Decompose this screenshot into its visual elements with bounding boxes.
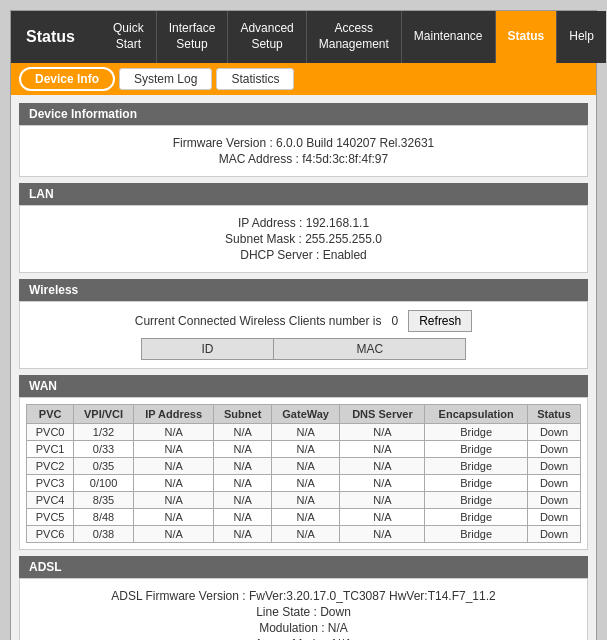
nav-advanced-setup[interactable]: Advanced Setup — [228, 11, 306, 63]
wan-table-cell: Bridge — [425, 509, 527, 526]
adsl-header: ADSL — [19, 556, 588, 578]
wan-table-cell: Down — [527, 441, 580, 458]
wan-table-cell: N/A — [133, 509, 214, 526]
wan-table-cell: 1/32 — [74, 424, 134, 441]
wan-col-encap: Encapsulation — [425, 405, 527, 424]
wan-col-subnet: Subnet — [214, 405, 271, 424]
wan-table-cell: 0/35 — [74, 458, 134, 475]
firmware-version: Firmware Version : 6.0.0 Build 140207 Re… — [32, 136, 575, 150]
wan-table-cell: PVC2 — [27, 458, 74, 475]
wan-table-row: PVC01/32N/AN/AN/AN/ABridgeDown — [27, 424, 581, 441]
wan-table-cell: N/A — [340, 492, 425, 509]
nav-quick-start[interactable]: Quick Start — [101, 11, 157, 63]
top-nav: Status Quick Start Interface Setup Advan… — [11, 11, 596, 63]
wan-table-cell: N/A — [214, 475, 271, 492]
wan-col-status: Status — [527, 405, 580, 424]
lan-dhcp: DHCP Server : Enabled — [32, 248, 575, 262]
wan-table-cell: 0/100 — [74, 475, 134, 492]
wan-table-cell: Bridge — [425, 458, 527, 475]
wan-body: PVC VPI/VCI IP Address Subnet GateWay DN… — [19, 397, 588, 550]
lan-ip: IP Address : 192.168.1.1 — [32, 216, 575, 230]
wan-table-cell: N/A — [271, 441, 340, 458]
lan-body: IP Address : 192.168.1.1 Subnet Mask : 2… — [19, 205, 588, 273]
wan-table-cell: Bridge — [425, 526, 527, 543]
wan-col-dns: DNS Server — [340, 405, 425, 424]
wan-table-cell: N/A — [271, 509, 340, 526]
wan-table-cell: N/A — [271, 458, 340, 475]
wan-table-cell: PVC4 — [27, 492, 74, 509]
wireless-header: Wireless — [19, 279, 588, 301]
wan-header: WAN — [19, 375, 588, 397]
sub-nav: Device Info System Log Statistics — [11, 63, 596, 95]
wan-table: PVC VPI/VCI IP Address Subnet GateWay DN… — [26, 404, 581, 543]
refresh-button[interactable]: Refresh — [408, 310, 472, 332]
lan-subnet: Subnet Mask : 255.255.255.0 — [32, 232, 575, 246]
wan-table-cell: Down — [527, 526, 580, 543]
wan-table-cell: N/A — [133, 441, 214, 458]
brand-label: Status — [11, 11, 101, 63]
wan-table-cell: N/A — [214, 509, 271, 526]
wan-table-cell: N/A — [271, 526, 340, 543]
lan-header: LAN — [19, 183, 588, 205]
wan-table-cell: Bridge — [425, 424, 527, 441]
wan-table-cell: N/A — [340, 509, 425, 526]
nav-status[interactable]: Status — [496, 11, 558, 63]
wan-table-cell: N/A — [271, 492, 340, 509]
wan-table-cell: Bridge — [425, 475, 527, 492]
wireless-col-id: ID — [141, 339, 274, 360]
content-area: Device Information Firmware Version : 6.… — [11, 95, 596, 640]
wan-table-cell: 0/33 — [74, 441, 134, 458]
wan-table-cell: N/A — [133, 526, 214, 543]
wan-table-cell: N/A — [340, 458, 425, 475]
wan-table-cell: 0/38 — [74, 526, 134, 543]
wan-table-cell: N/A — [133, 458, 214, 475]
mac-address: MAC Address : f4:5d:3c:8f:4f:97 — [32, 152, 575, 166]
wan-table-cell: N/A — [133, 475, 214, 492]
wan-table-row: PVC30/100N/AN/AN/AN/ABridgeDown — [27, 475, 581, 492]
main-container: Status Quick Start Interface Setup Advan… — [10, 10, 597, 640]
nav-access-management[interactable]: Access Management — [307, 11, 402, 63]
wan-table-cell: N/A — [340, 526, 425, 543]
wan-col-vpivci: VPI/VCI — [74, 405, 134, 424]
wireless-clients-label: Current Connected Wireless Clients numbe… — [135, 314, 382, 328]
wan-table-cell: PVC0 — [27, 424, 74, 441]
wan-table-row: PVC58/48N/AN/AN/AN/ABridgeDown — [27, 509, 581, 526]
nav-maintenance[interactable]: Maintenance — [402, 11, 496, 63]
wan-table-cell: Down — [527, 458, 580, 475]
wan-table-cell: N/A — [271, 475, 340, 492]
adsl-body: ADSL Firmware Version : FwVer:3.20.17.0_… — [19, 578, 588, 640]
wan-table-cell: N/A — [214, 424, 271, 441]
wan-table-row: PVC60/38N/AN/AN/AN/ABridgeDown — [27, 526, 581, 543]
wan-table-cell: Down — [527, 492, 580, 509]
wan-table-cell: Bridge — [425, 492, 527, 509]
page-wrapper: Status Quick Start Interface Setup Advan… — [0, 0, 607, 640]
wan-table-row: PVC20/35N/AN/AN/AN/ABridgeDown — [27, 458, 581, 475]
wireless-col-mac: MAC — [274, 339, 466, 360]
wan-table-cell: N/A — [271, 424, 340, 441]
wan-table-cell: 8/35 — [74, 492, 134, 509]
wan-table-cell: N/A — [340, 424, 425, 441]
tab-device-info[interactable]: Device Info — [19, 67, 115, 91]
tab-system-log[interactable]: System Log — [119, 68, 212, 90]
wireless-clients-count: 0 — [392, 314, 399, 328]
wan-table-row: PVC48/35N/AN/AN/AN/ABridgeDown — [27, 492, 581, 509]
wan-table-row: PVC10/33N/AN/AN/AN/ABridgeDown — [27, 441, 581, 458]
tab-statistics[interactable]: Statistics — [216, 68, 294, 90]
wireless-table: ID MAC — [141, 338, 467, 360]
adsl-firmware: ADSL Firmware Version : FwVer:3.20.17.0_… — [32, 589, 575, 603]
wan-table-cell: Bridge — [425, 441, 527, 458]
wan-table-cell: N/A — [340, 441, 425, 458]
wan-table-cell: Down — [527, 475, 580, 492]
wan-table-cell: Down — [527, 424, 580, 441]
wan-table-cell: 8/48 — [74, 509, 134, 526]
wan-table-cell: PVC1 — [27, 441, 74, 458]
nav-help[interactable]: Help — [557, 11, 606, 63]
wan-table-cell: N/A — [340, 475, 425, 492]
wan-table-cell: N/A — [214, 441, 271, 458]
wan-col-pvc: PVC — [27, 405, 74, 424]
nav-interface-setup[interactable]: Interface Setup — [157, 11, 229, 63]
wan-table-cell: N/A — [214, 458, 271, 475]
wan-table-cell: Down — [527, 509, 580, 526]
wan-table-cell: PVC6 — [27, 526, 74, 543]
device-info-body: Firmware Version : 6.0.0 Build 140207 Re… — [19, 125, 588, 177]
